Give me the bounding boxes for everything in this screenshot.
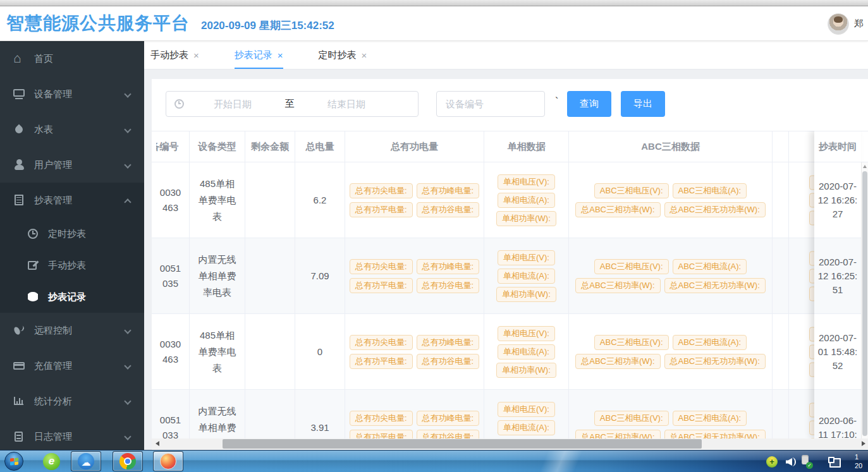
username: 郑 bbox=[854, 18, 868, 30]
table-row: 0051033 内置无线单相单费率电表 3.91 总有功尖电量: 总有功峰电量:… bbox=[152, 390, 868, 439]
cell-device-type: 内置无线单相单费率电表 bbox=[190, 238, 245, 313]
tab-reading-records[interactable]: 抄表记录 × bbox=[235, 41, 283, 69]
tag-peak-energy: 总有功峰电量: bbox=[417, 411, 480, 426]
tag-abc-power: 总ABC三相功率(W): bbox=[575, 278, 660, 293]
sidebar-item-device-mgmt[interactable]: 设备管理 bbox=[0, 76, 144, 112]
cell-active-energy: 总有功尖电量: 总有功峰电量: 总有功平电量: 总有功谷电量: bbox=[345, 162, 484, 238]
sidebar-item-water-meter[interactable]: 水表 bbox=[0, 112, 144, 147]
app-header: 智慧能源公共服务平台 2020-09-09 星期三15:42:52 郑 bbox=[0, 6, 868, 41]
header-single-phase: 单相数据 bbox=[484, 131, 569, 162]
close-icon[interactable]: × bbox=[278, 50, 283, 61]
scroll-right-icon[interactable] bbox=[862, 441, 865, 446]
sidebar-item-manual-reading[interactable]: 手动抄表 bbox=[0, 250, 144, 281]
sidebar-item-statistics[interactable]: 统计分析 bbox=[0, 384, 144, 419]
date-range-picker[interactable]: 至 bbox=[166, 91, 419, 117]
close-icon[interactable]: × bbox=[193, 50, 199, 61]
header-abc-phase: ABC三相数据 bbox=[569, 131, 773, 162]
cell-single-phase: 单相电压(V): 单相电流(A): 单相功率(W): bbox=[484, 390, 569, 439]
scroll-up-icon[interactable] bbox=[863, 165, 867, 168]
header-device-type: 设备类型 bbox=[190, 131, 245, 162]
tag-abc-current: ABC三相电流(A): bbox=[673, 183, 747, 198]
app-title: 智慧能源公共服务平台 bbox=[6, 11, 190, 35]
cell-abc-phase: ABC三相电压(V): ABC三相电流(A): 总ABC三相功率(W): 总AB… bbox=[569, 238, 773, 313]
sidebar: 首页 设备管理 水表 用户管理 抄表管理 定时抄表 手动抄表 抄表记录 bbox=[0, 41, 144, 450]
tag-abc-voltage: ABC三相电压(V): bbox=[594, 335, 669, 350]
horizontal-scrollbar[interactable] bbox=[152, 439, 868, 449]
tag-flat-energy: 总有功平电量: bbox=[350, 202, 413, 217]
tag-flat-energy: 总有功平电量: bbox=[350, 278, 413, 293]
tag-flat-energy: 总有功平电量: bbox=[350, 354, 413, 369]
tag-single-current: 单相电流(A): bbox=[498, 420, 555, 435]
cell-device-id: 0030463 bbox=[152, 162, 190, 238]
tag-abc-voltage: ABC三相电压(V): bbox=[594, 259, 669, 274]
sidebar-item-home[interactable]: 首页 bbox=[0, 41, 144, 76]
tag-valley-energy: 总有功谷电量: bbox=[417, 354, 480, 369]
volume-icon[interactable] bbox=[786, 457, 797, 467]
sidebar-item-reading-records[interactable]: 抄表记录 bbox=[0, 281, 144, 313]
cell-total-energy: 3.91 bbox=[295, 390, 345, 439]
tag-abc-power: 总ABC三相功率(W): bbox=[575, 354, 660, 369]
records-panel: 至 ` 查询 导出 备编号 设备类型 剩余金额 总电量 总有功电量 单相数据 A… bbox=[152, 79, 868, 450]
chevron-down-icon bbox=[124, 397, 131, 404]
tag-single-voltage: 单相电压(V): bbox=[498, 174, 555, 190]
chrome-icon bbox=[119, 453, 136, 469]
tab-manual-reading[interactable]: 手动抄表 × bbox=[150, 41, 199, 69]
tag-abc-current: ABC三相电流(A): bbox=[673, 335, 747, 350]
sidebar-item-meter-reading-mgmt[interactable]: 抄表管理 bbox=[0, 183, 144, 218]
vertical-scrollbar[interactable] bbox=[861, 162, 868, 439]
cell-active-energy: 总有功尖电量: 总有功峰电量: 总有功平电量: 总有功谷电量: bbox=[345, 390, 484, 439]
tray-360-icon[interactable]: + bbox=[766, 456, 778, 468]
sidebar-item-log-mgmt[interactable]: 日志管理 bbox=[0, 419, 144, 450]
taskbar-gloss bbox=[539, 451, 583, 472]
scroll-left-icon[interactable] bbox=[156, 441, 159, 446]
qq-browser-taskbar-button[interactable] bbox=[71, 451, 101, 471]
network-icon[interactable] bbox=[828, 457, 841, 468]
tag-abc-voltage: ABC三相电压(V): bbox=[594, 411, 669, 426]
tag-abc-voltage: ABC三相电压(V): bbox=[594, 183, 669, 198]
tray-clock[interactable]: 1 20 bbox=[855, 452, 868, 471]
tag-abc-power: 总ABC三相功率(W): bbox=[575, 430, 660, 439]
cell-read-time: 2020-07-12 16:25:51 bbox=[814, 238, 861, 314]
stray-mark: ` bbox=[555, 96, 558, 107]
chrome-taskbar-button[interactable] bbox=[113, 451, 143, 471]
tag-sharp-energy: 总有功尖电量: bbox=[350, 411, 413, 426]
clock-icon bbox=[27, 227, 39, 240]
sidebar-item-remote-control[interactable]: 远程控制 bbox=[0, 313, 144, 348]
vertical-scroll-thumb[interactable] bbox=[862, 171, 867, 436]
tab-scheduled-reading[interactable]: 定时抄表 × bbox=[319, 41, 367, 69]
start-date-input[interactable] bbox=[185, 99, 280, 109]
cell-read-time: 2020-06-11 17:10: bbox=[814, 390, 861, 439]
cell-balance bbox=[245, 238, 295, 313]
cell-device-type: 485单相单费率电表 bbox=[190, 314, 245, 389]
card-icon bbox=[13, 360, 25, 372]
browser-360-icon[interactable]: e bbox=[43, 453, 60, 470]
cell-total-energy: 0 bbox=[295, 314, 345, 389]
monitor-icon bbox=[13, 88, 25, 100]
user-avatar[interactable] bbox=[828, 13, 849, 35]
device-number-input[interactable] bbox=[436, 91, 545, 117]
chevron-down-icon bbox=[124, 161, 131, 168]
table-row: 0051035 内置无线单相单费率电表 7.09 总有功尖电量: 总有功峰电量:… bbox=[152, 238, 868, 314]
tag-valley-energy: 总有功谷电量: bbox=[417, 278, 480, 293]
usb-device-icon[interactable]: ✓ bbox=[800, 456, 812, 468]
tag-single-power: 单相功率(W): bbox=[496, 363, 556, 378]
start-button[interactable] bbox=[4, 452, 23, 471]
tag-single-current: 单相电流(A): bbox=[498, 269, 555, 284]
sidebar-item-user-mgmt[interactable]: 用户管理 bbox=[0, 147, 144, 183]
cell-balance bbox=[245, 314, 295, 389]
close-icon[interactable]: × bbox=[362, 50, 367, 61]
date-range-separator: 至 bbox=[280, 98, 299, 110]
cell-single-phase: 单相电压(V): 单相电流(A): 单相功率(W): bbox=[484, 314, 569, 389]
home-icon bbox=[13, 52, 25, 65]
photo-app-taskbar-button[interactable] bbox=[153, 451, 183, 471]
query-button[interactable]: 查询 bbox=[567, 91, 611, 117]
horizontal-scroll-thumb[interactable] bbox=[223, 439, 702, 449]
chevron-up-icon bbox=[124, 198, 131, 205]
end-date-input[interactable] bbox=[299, 99, 394, 109]
sidebar-item-scheduled-reading[interactable]: 定时抄表 bbox=[0, 218, 144, 250]
export-button[interactable]: 导出 bbox=[621, 91, 665, 117]
tag-single-power: 单相功率(W): bbox=[496, 287, 556, 302]
tag-single-power: 单相功率(W): bbox=[496, 211, 556, 226]
tag-single-voltage: 单相电压(V): bbox=[498, 250, 555, 265]
sidebar-item-recharge-mgmt[interactable]: 充值管理 bbox=[0, 348, 144, 384]
